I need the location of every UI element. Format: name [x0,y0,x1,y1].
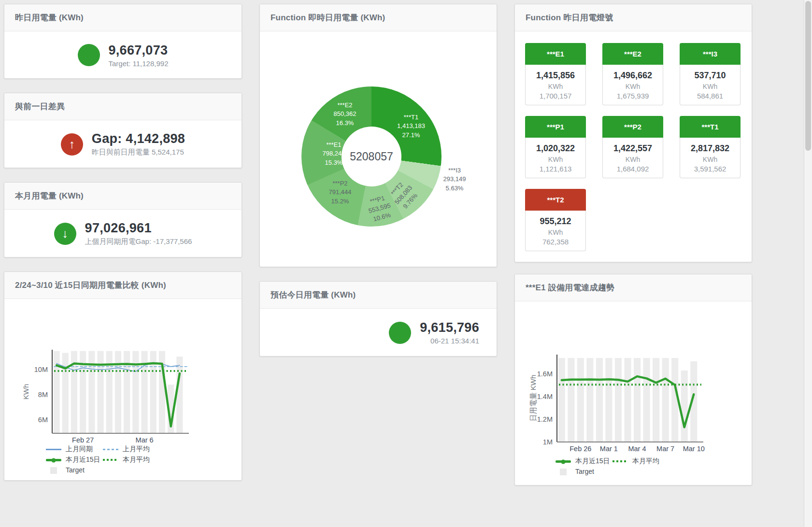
light-tile-target: 1,121,613 [526,165,585,173]
panel-body: 9,615,796 06-21 15:34:41 [260,309,497,356]
stat-row: 9,667,073 Target: 11,128,992 [4,31,242,79]
stat-subtitle: Target: 11,128,992 [109,59,169,68]
light-tile: ***E21,496,662KWh1,675,939 [602,43,663,105]
panel-header[interactable]: 與前一日差異 [4,93,242,120]
compare15-chart: 10M8M6MFeb 27Mar 6 [4,299,242,482]
light-tile-value: 1,020,322 [526,143,585,154]
light-tile-target: 762,358 [526,238,585,246]
panel-body: ↑ Gap: 4,142,898 昨日與前日用電量 5,524,175 [4,120,242,168]
svg-text:1.4M: 1.4M [537,393,553,400]
donut-slice-label: ***E2850,36216.3% [334,101,356,128]
light-tile-value: 1,415,856 [526,71,585,81]
green-down-arrow-icon: ↓ [54,223,76,245]
panel-title: Function 昨日用電燈號 [526,12,613,23]
panel-day-gap: 與前一日差異 ↑ Gap: 4,142,898 昨日與前日用電量 5,524,1… [4,93,242,168]
light-tile-value: 2,817,832 [680,143,740,154]
light-tile-target: 584,861 [680,92,740,100]
light-tile-body: 1,422,557KWh1,684,092 [602,138,663,178]
panel-today-forecast: 預估今日用電量 (KWh) 9,615,796 06-21 15:34:41 [259,281,497,356]
light-tile: ***T12,817,832KWh3,591,562 [680,116,741,178]
svg-text:Mar 7: Mar 7 [656,445,674,453]
light-tile-body: 955,212KWh762,358 [525,211,586,251]
vertical-scrollbar-thumb[interactable] [805,1,811,151]
svg-text:Feb 26: Feb 26 [570,445,591,453]
panel-body: ↓ 97,026,961 上個月同期用電Gap: -17,377,566 [4,210,242,257]
green-status-circle-icon [78,44,100,66]
light-tile-value: 1,496,662 [603,71,663,81]
panel-title: 昨日用電量 (KWh) [15,12,84,23]
donut-slice-label: ***I3293,1495.63% [443,166,466,193]
svg-text:6M: 6M [38,416,48,424]
light-tile-value: 537,710 [680,71,740,81]
light-tile-name: ***I3 [680,43,741,65]
light-tile-body: 537,710KWh584,861 [680,65,741,105]
light-tile-body: 1,020,322KWh1,121,613 [525,138,586,178]
light-tile-unit: KWh [526,228,585,236]
light-tile-unit: KWh [680,83,740,90]
svg-text:Mar 6: Mar 6 [136,436,154,444]
stat-subtitle: 上個月同期用電Gap: -17,377,566 [85,237,192,246]
svg-text:1.6M: 1.6M [537,370,553,378]
stat-row: 9,615,796 06-21 15:34:41 [260,309,497,356]
light-tile: ***I3537,710KWh584,861 [680,43,741,105]
light-tile-name: ***E2 [602,43,663,65]
green-status-circle-icon [389,322,411,344]
stat-row: ↓ 97,026,961 上個月同期用電Gap: -17,377,566 [4,210,242,257]
panel-header[interactable]: 本月用電量 (KWh) [4,183,242,210]
stat-row: ↑ Gap: 4,142,898 昨日與前日用電量 5,524,175 [4,120,242,168]
light-tile: ***P21,422,557KWh1,684,092 [602,116,663,178]
donut-slice-label: ***T11,413,18327.1% [397,113,425,140]
panel-realtime-donut: Function 即時日用電量 (KWh) ***T11,413,18327.1… [259,4,497,267]
light-tile-body: 1,415,856KWh1,700,157 [525,65,586,105]
donut-slice-label: ***P2791,44415.2% [329,179,352,206]
svg-text:1.2M: 1.2M [537,415,553,423]
panel-compare15-chart: 2/24~3/10 近15日同期用電量比較 (KWh) KWh 上月同期上月平均… [4,271,242,481]
light-tile-target: 1,684,092 [603,165,663,173]
svg-text:Mar 4: Mar 4 [628,445,646,453]
light-tile-target: 1,675,939 [603,92,663,100]
panel-header[interactable]: ***E1 設備用電達成趨勢 [515,274,752,301]
light-tile-name: ***P2 [602,116,663,138]
light-tile: ***E11,415,856KWh1,700,157 [525,43,586,105]
stat-value: Gap: 4,142,898 [92,131,185,146]
panel-title: Function 即時日用電量 (KWh) [271,12,385,23]
panel-yesterday-usage: 昨日用電量 (KWh) 9,667,073 Target: 11,128,992 [4,4,242,79]
light-tile-unit: KWh [603,83,663,90]
panel-header[interactable]: 預估今日用電量 (KWh) [260,282,497,309]
light-tile-body: 2,817,832KWh3,591,562 [680,138,741,178]
panel-month-usage: 本月用電量 (KWh) ↓ 97,026,961 上個月同期用電Gap: -17… [4,182,242,257]
svg-text:1M: 1M [543,438,553,446]
light-tile-unit: KWh [526,156,585,163]
svg-text:Mar 10: Mar 10 [683,445,705,453]
stat-value: 97,026,961 [85,221,192,236]
light-tile-value: 955,212 [526,216,585,227]
vertical-scrollbar-track[interactable] [804,0,812,527]
panel-title: 與前一日差異 [15,101,65,112]
panel-body: ***T11,413,18327.1%***I3293,1495.63%***T… [260,31,497,267]
panel-header[interactable]: 2/24~3/10 近15日同期用電量比較 (KWh) [4,272,242,299]
svg-text:10M: 10M [34,366,48,373]
panel-body: 9,667,073 Target: 11,128,992 [4,31,242,79]
panel-header[interactable]: 昨日用電量 (KWh) [4,4,242,31]
panel-e1-trend-chart: ***E1 設備用電達成趨勢 日用電量 KWh 本月近15日本月平均Target… [514,274,752,485]
light-tile-unit: KWh [680,156,740,163]
light-tile-name: ***P1 [525,116,586,138]
stat-timestamp: 06-21 15:34:41 [420,337,479,345]
light-tile-unit: KWh [526,83,585,90]
donut-chart[interactable]: ***T11,413,18327.1%***I3293,1495.63%***T… [301,86,442,227]
e1-trend-chart: 1.6M1.4M1.2M1MFeb 26Mar 1Mar 4Mar 7Mar 1… [515,301,753,486]
panel-header[interactable]: Function 昨日用電燈號 [515,4,752,31]
donut-center-total: 5208057 [350,150,393,163]
panel-title: 預估今日用電量 (KWh) [271,289,356,300]
panel-header[interactable]: Function 即時日用電量 (KWh) [260,4,497,31]
panel-yesterday-lights: Function 昨日用電燈號 ***E11,415,856KWh1,700,1… [514,4,752,262]
lights-grid: ***E11,415,856KWh1,700,157***E21,496,662… [525,43,741,251]
light-tile-value: 1,422,557 [603,143,663,154]
light-tile: ***P11,020,322KWh1,121,613 [525,116,586,178]
light-tile-name: ***E1 [525,43,586,65]
light-tile: ***T2955,212KWh762,358 [525,189,586,251]
light-tile-unit: KWh [603,156,663,163]
svg-text:Mar 1: Mar 1 [600,445,618,453]
stat-subtitle: 昨日與前日用電量 5,524,175 [92,148,185,157]
compare15-chart-area: KWh 上月同期上月平均本月近15日本月平均Target 10M8M6MFeb … [4,299,242,481]
